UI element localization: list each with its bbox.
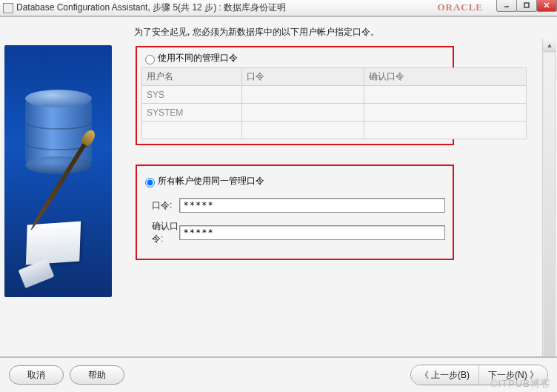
scroll-thumb[interactable]	[544, 53, 555, 368]
different-passwords-section: 使用不同的管理口令 用户名 口令 确认口令 SYS	[136, 46, 454, 145]
radio-same-password[interactable]	[145, 178, 155, 187]
confirm-password-input[interactable]	[179, 225, 445, 240]
scroll-up-icon[interactable]: ▲	[543, 39, 556, 52]
cell-confirm[interactable]	[364, 122, 527, 139]
app-icon	[3, 3, 13, 13]
vertical-scrollbar[interactable]: ▲ ▼	[542, 39, 556, 381]
radio-same-password-label: 所有帐户使用同一管理口令	[158, 175, 264, 187]
user-password-table: 用户名 口令 确认口令 SYS SYSTEM	[141, 67, 527, 139]
col-header-password: 口令	[242, 68, 364, 86]
table-row: SYSTEM	[142, 104, 527, 122]
window-titlebar: Database Configuration Assistant, 步骤 5(共…	[0, 0, 557, 16]
cell-confirm[interactable]	[364, 86, 527, 104]
col-header-username: 用户名	[142, 68, 242, 86]
same-password-section: 所有帐户使用同一管理口令 口令: 确认口令:	[136, 165, 454, 260]
instruction-text: 为了安全起见, 您必须为新数据库中的以下用户帐户指定口令。	[134, 23, 550, 46]
cell-username: SYSTEM	[142, 104, 242, 122]
cell-username	[142, 122, 242, 139]
svg-rect-1	[524, 3, 529, 7]
minimize-button[interactable]	[496, 0, 517, 12]
back-button[interactable]: 《 上一步(B)	[411, 365, 479, 385]
window-title: Database Configuration Assistant, 步骤 5(共…	[16, 1, 286, 14]
cancel-button[interactable]: 取消	[9, 365, 64, 385]
cell-password[interactable]	[242, 122, 364, 139]
brand-logo: ORACLE	[437, 1, 483, 13]
window-controls	[497, 0, 557, 12]
col-header-confirm: 确认口令	[364, 68, 527, 86]
radio-different-passwords[interactable]	[145, 55, 155, 64]
password-label: 口令:	[141, 199, 179, 212]
watermark-text: ©ITPUB博客	[490, 377, 551, 391]
close-button[interactable]	[536, 0, 557, 12]
table-row: SYS	[142, 86, 527, 104]
radio-different-passwords-label: 使用不同的管理口令	[158, 52, 238, 64]
chevron-left-icon: 《	[420, 369, 429, 382]
wizard-side-graphic	[4, 45, 112, 297]
help-button[interactable]: 帮助	[70, 365, 124, 385]
confirm-password-label: 确认口令:	[141, 220, 179, 245]
cell-username: SYS	[142, 86, 242, 104]
table-row	[142, 122, 527, 139]
cell-password[interactable]	[242, 104, 364, 122]
password-input[interactable]	[179, 198, 445, 213]
cell-password[interactable]	[242, 86, 364, 104]
wizard-footer: 取消 帮助 《 上一步(B) 下一步(N) 》	[0, 356, 557, 392]
maximize-button[interactable]	[516, 0, 537, 12]
cell-confirm[interactable]	[364, 104, 527, 122]
